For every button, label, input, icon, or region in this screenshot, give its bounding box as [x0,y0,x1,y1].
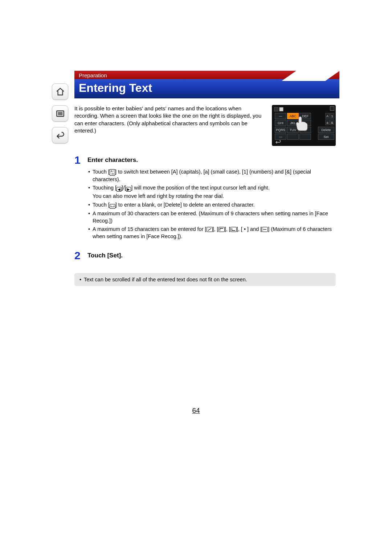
bullet-item: Touching [◀]/[▶] will move the position … [87,184,336,192]
bullet-subline: You can also move left and right by rota… [87,192,336,200]
note-text: Text can be scrolled if all of the enter… [79,277,331,282]
step-2: 2 Touch [Set]. [74,250,336,264]
bullet-item: A maximum of 30 characters can be entere… [87,210,336,225]
thumb-return-icon [274,139,282,145]
thumb-set-key: Set [318,134,334,140]
thumb-delete-key: Delete [318,127,334,133]
page-number[interactable]: 64 [0,407,392,415]
left-arrow-icon: ◀ [117,187,122,192]
step-title: Enter characters. [87,156,336,164]
note-box: Text can be scrolled if all of the enter… [74,273,336,286]
right-arrow-icon: ▶ [126,187,131,192]
step-number: 1 [74,155,87,241]
intro-paragraph: It is possible to enter babies' and pets… [74,105,267,146]
diag-glyph-icon [207,227,213,232]
bullet-item: Touch [A↑↓a] to switch text between [A] … [87,168,336,183]
top-bracket-icon [219,227,225,232]
page-content: Preparation Entering Text It is possible… [54,71,339,286]
page-header: Preparation Entering Text [74,71,339,98]
space-icon [110,204,115,209]
step-1: 1 Enter characters. Touch [A↑↓a] to swit… [74,155,336,241]
bottom-bracket-icon [230,227,237,232]
keypad-thumbnail: — ABC DEF A1 a& GHI JKL PQRS TUV W [272,105,336,146]
dash-glyph-icon [262,227,268,232]
bullet-item: A maximum of 15 characters can be entere… [87,225,336,240]
step-bullets: Touch [A↑↓a] to switch text between [A] … [87,168,336,240]
page-title: Entering Text [74,79,339,98]
step-title: Touch [Set]. [87,252,336,260]
step-number: 2 [74,250,87,264]
bullet-item: Touch [] to enter a blank, or [Delete] t… [87,201,336,209]
mode-switch-icon: A↑↓a [110,169,115,176]
